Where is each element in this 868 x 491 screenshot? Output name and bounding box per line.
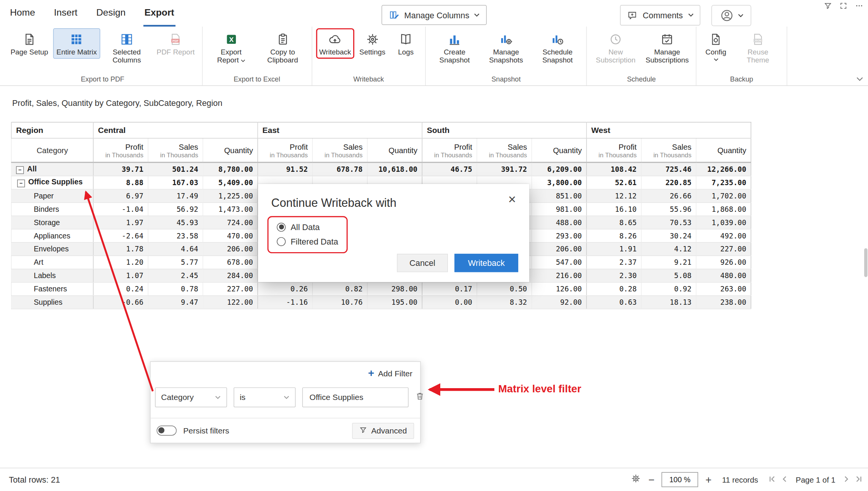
collapse-ribbon-icon[interactable] <box>856 74 863 83</box>
comments-button[interactable]: Comments <box>620 5 700 26</box>
row-label-art[interactable]: Art <box>11 256 93 269</box>
app-window: Home Insert Design Export Manage Columns… <box>0 0 868 491</box>
row-label-paper[interactable]: Paper <box>11 189 93 203</box>
tab-export[interactable]: Export <box>143 0 175 27</box>
matrix-cell: 2.37 <box>586 256 641 269</box>
matrix-cell: 52.61 <box>586 176 641 189</box>
option-filtered-data[interactable]: Filtered Data <box>277 237 338 246</box>
settings-gear-icon[interactable] <box>631 473 641 486</box>
ribbon-group-writeback: Writeback Settings Logs Writeback <box>312 27 426 85</box>
zoom-in-button[interactable]: + <box>706 474 712 485</box>
matrix-cell: 298.00 <box>367 282 422 296</box>
tab-design[interactable]: Design <box>95 0 127 27</box>
manage-columns-button[interactable]: Manage Columns <box>382 5 487 25</box>
advanced-button[interactable]: Advanced <box>352 422 414 438</box>
filter-icon[interactable] <box>824 2 832 12</box>
close-icon[interactable]: × <box>508 193 516 206</box>
settings-button[interactable]: Settings <box>356 28 389 59</box>
ribbon-group-snapshot: Create Snapshot Manage Snapshots Schedul… <box>426 27 587 85</box>
region-header-east: East <box>258 122 422 138</box>
avatar-icon <box>720 8 734 23</box>
matrix-cell: 6.97 <box>93 189 148 203</box>
row-label-binders[interactable]: Binders <box>11 203 93 216</box>
persist-filters-toggle[interactable] <box>157 425 177 435</box>
comment-icon <box>627 10 638 21</box>
writeback-button[interactable]: Writeback <box>316 28 354 59</box>
matrix-cell: 2.45 <box>148 269 203 282</box>
matrix-cell: 8.26 <box>586 229 641 243</box>
manage-subscriptions-button[interactable]: Manage Subscriptions <box>642 28 692 67</box>
first-page-icon[interactable] <box>769 475 776 485</box>
matrix-cell: 23.58 <box>148 229 203 243</box>
filter-operator-select[interactable]: is <box>234 387 296 407</box>
last-page-icon[interactable] <box>855 475 863 485</box>
matrix-cell: 126.00 <box>532 282 586 296</box>
row-label-all[interactable]: −All <box>11 162 93 176</box>
page-setup-button[interactable]: Page Setup <box>7 28 51 59</box>
selected-columns-button[interactable]: Selected Columns <box>102 28 152 67</box>
create-snapshot-button[interactable]: Create Snapshot <box>430 28 479 67</box>
matrix-cell: 206.00 <box>532 242 586 256</box>
schedule-snapshot-button[interactable]: Schedule Snapshot <box>533 28 583 67</box>
region-header-west: West <box>586 122 751 138</box>
add-filter-button[interactable]: + Add Filter <box>368 368 412 379</box>
previous-page-icon[interactable] <box>781 475 788 485</box>
focus-mode-icon[interactable] <box>839 2 847 12</box>
pdf-report-button[interactable]: PDF PDF Report <box>153 28 198 59</box>
zoom-out-button[interactable]: − <box>648 474 655 485</box>
writeback-confirm-button[interactable]: Writeback <box>454 254 518 272</box>
row-label-appliances[interactable]: Appliances <box>11 229 93 243</box>
cancel-button[interactable]: Cancel <box>397 254 448 272</box>
matrix-cell: 26.66 <box>641 189 696 203</box>
matrix-cell: 45.93 <box>148 216 203 229</box>
matrix-cell: 926.00 <box>696 256 751 269</box>
group-label: Export to Excel <box>206 75 307 85</box>
zoom-level-input[interactable]: 100 % <box>662 472 698 487</box>
delete-filter-icon[interactable] <box>415 391 425 403</box>
more-options-icon[interactable] <box>855 2 863 12</box>
writeback-cloud-icon <box>328 32 342 46</box>
filter-field-select[interactable]: Category <box>155 387 227 407</box>
manage-snapshots-button[interactable]: Manage Snapshots <box>481 28 531 67</box>
matrix-cell: 263.00 <box>696 282 751 296</box>
ribbon-tabs: Home Insert Design Export <box>9 0 175 27</box>
row-label-storage[interactable]: Storage <box>11 216 93 229</box>
reuse-theme-button[interactable]: JSON Reuse Theme <box>733 28 783 67</box>
export-report-button[interactable]: X Export Report <box>206 28 256 67</box>
vertical-scrollbar[interactable] <box>864 248 868 277</box>
matrix-cell: 1,225.00 <box>203 189 258 203</box>
row-label-supplies[interactable]: Supplies <box>11 296 93 309</box>
matrix-cell: 1.78 <box>93 242 148 256</box>
logs-button[interactable]: Logs <box>390 28 421 59</box>
account-menu[interactable] <box>711 5 751 26</box>
row-label-labels[interactable]: Labels <box>11 269 93 282</box>
radio-unselected-icon[interactable] <box>277 237 285 246</box>
matrix-cell: 220.85 <box>641 176 696 189</box>
matrix-cell: -1.04 <box>93 203 148 216</box>
entire-matrix-button[interactable]: Entire Matrix <box>53 28 100 59</box>
collapse-icon[interactable]: − <box>16 166 24 174</box>
calendar-icon <box>660 32 674 46</box>
copy-to-clipboard-button[interactable]: Copy to Clipboard <box>258 28 307 67</box>
new-subscription-button[interactable]: New Subscription <box>591 28 640 67</box>
page-indicator: Page 1 of 1 <box>796 475 835 484</box>
writeback-scope-options: All Data Filtered Data <box>268 216 348 253</box>
ribbon-group-export-to-excel: X Export Report Copy to Clipboard Export… <box>202 27 312 85</box>
row-label-office-supplies[interactable]: −Office Supplies <box>11 176 93 189</box>
filter-value-input[interactable]: Office Supplies <box>302 387 408 407</box>
radio-selected-icon[interactable] <box>277 222 285 231</box>
tab-home[interactable]: Home <box>9 0 36 27</box>
row-label-envelopes[interactable]: Envelopes <box>11 242 93 256</box>
chevron-down-icon <box>688 13 694 17</box>
tab-insert[interactable]: Insert <box>53 0 79 27</box>
matrix-cell: 480.00 <box>696 269 751 282</box>
row-label-fasteners[interactable]: Fasteners <box>11 282 93 296</box>
next-page-icon[interactable] <box>843 475 850 485</box>
matrix-cell: 206.00 <box>203 242 258 256</box>
matrix-cell: 1,868.00 <box>696 203 751 216</box>
option-all-data[interactable]: All Data <box>277 222 338 232</box>
measure-header-sales: Salesin Thousands <box>641 138 696 162</box>
config-button[interactable]: Config <box>700 28 731 64</box>
collapse-icon[interactable]: − <box>17 179 25 187</box>
matrix-cell: 91.52 <box>258 162 312 176</box>
